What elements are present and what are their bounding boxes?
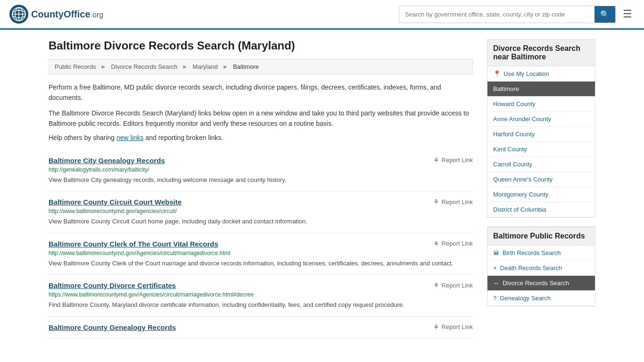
record-title[interactable]: Baltimore County Circuit Court Website xyxy=(49,198,182,206)
main-container: Baltimore Divorce Records Search (Maryla… xyxy=(39,39,605,338)
record-url: http://www.baltimorecountymd.gov/Agencie… xyxy=(49,250,473,256)
breadcrumb-divorce-records[interactable]: Divorce Records Search xyxy=(111,63,178,70)
use-my-location[interactable]: 📍 Use My Location xyxy=(487,66,595,82)
record-item: Baltimore County Genealogy Records ⚘ Rep… xyxy=(49,317,473,338)
logo: CountyOffice.org xyxy=(9,5,103,24)
sidebar-item-dc[interactable]: District of Columbia xyxy=(487,202,595,217)
breadcrumb: Public Records ► Divorce Records Search … xyxy=(49,59,473,74)
record-desc: View Baltimore County Circuit Court home… xyxy=(49,217,473,226)
menu-button[interactable]: ☰ xyxy=(620,6,635,23)
records-list: Baltimore City Genealogy Records ⚘ Repor… xyxy=(49,150,473,338)
page-title: Baltimore Divorce Records Search (Maryla… xyxy=(49,39,473,52)
search-input[interactable] xyxy=(399,7,594,22)
breadcrumb-baltimore: Baltimore xyxy=(233,63,259,70)
share-line: Help others by sharing new links and rep… xyxy=(49,134,473,141)
report-icon: ⚘ xyxy=(433,156,439,164)
report-icon: ⚘ xyxy=(433,281,439,289)
record-title[interactable]: Baltimore City Genealogy Records xyxy=(49,156,165,165)
genealogy-icon: ? xyxy=(493,295,496,302)
sidebar-item-baltimore[interactable]: Baltimore xyxy=(487,82,595,97)
sidebar: Divorce Records Search near Baltimore 📍 … xyxy=(487,39,595,338)
header-right: 🔍 ☰ xyxy=(399,6,635,23)
record-item: Baltimore County Circuit Court Website ⚘… xyxy=(49,191,473,233)
location-pin-icon: 📍 xyxy=(493,70,501,77)
description-2: The Baltimore Divorce Records Search (Ma… xyxy=(49,108,473,129)
sidebar-location-title: Divorce Records Search near Baltimore xyxy=(487,40,595,66)
sidebar-public-box: Baltimore Public Records 🏛 Birth Records… xyxy=(487,226,595,306)
sidebar-item-harford[interactable]: Harford County xyxy=(487,127,595,142)
report-link[interactable]: ⚘ Report Link xyxy=(433,281,473,289)
description-1: Perform a free Baltimore, MD public divo… xyxy=(49,82,473,103)
record-title[interactable]: Baltimore County Clerk of The Court Vita… xyxy=(49,240,218,248)
record-item: Baltimore City Genealogy Records ⚘ Repor… xyxy=(49,150,473,192)
sidebar-death-records[interactable]: + Death Records Search xyxy=(487,261,595,276)
sidebar-item-kent[interactable]: Kent County xyxy=(487,142,595,157)
sidebar-item-carroll[interactable]: Carroll County xyxy=(487,157,595,172)
sidebar-divorce-records[interactable]: ↔ Divorce Records Search xyxy=(487,276,595,291)
record-item: Baltimore County Clerk of The Court Vita… xyxy=(49,233,473,275)
report-link[interactable]: ⚘ Report Link xyxy=(433,240,473,247)
record-desc: View Baltimore County Clerk of the Court… xyxy=(49,259,473,268)
sidebar-item-howard[interactable]: Howard County xyxy=(487,97,595,112)
new-links[interactable]: new links xyxy=(116,134,144,141)
report-icon: ⚘ xyxy=(433,198,439,206)
report-link[interactable]: ⚘ Report Link xyxy=(433,198,473,206)
sidebar-item-anne-arundel[interactable]: Anne Arundel County xyxy=(487,112,595,127)
death-icon: + xyxy=(493,264,497,272)
sidebar-item-montgomery[interactable]: Montgomery County xyxy=(487,187,595,202)
record-item: Baltimore County Divorce Certificates ⚘ … xyxy=(49,275,473,317)
sidebar-item-queen-annes[interactable]: Queen Anne's County xyxy=(487,172,595,187)
content-area: Baltimore Divorce Records Search (Maryla… xyxy=(49,39,473,338)
record-desc: Find Baltimore County, Maryland divorce … xyxy=(49,300,473,310)
birth-icon: 🏛 xyxy=(493,249,499,256)
record-url: http://www.baltimorecountymd.gov/agencie… xyxy=(49,208,473,214)
search-bar: 🔍 xyxy=(399,6,616,23)
logo-text: CountyOffice.org xyxy=(31,9,103,20)
report-icon: ⚘ xyxy=(433,323,439,331)
breadcrumb-maryland[interactable]: Maryland xyxy=(193,63,218,70)
site-header: CountyOffice.org 🔍 ☰ xyxy=(0,0,644,30)
sidebar-birth-records[interactable]: 🏛 Birth Records Search xyxy=(487,246,595,261)
record-title[interactable]: Baltimore County Divorce Certificates xyxy=(49,281,176,289)
sidebar-public-title: Baltimore Public Records xyxy=(487,227,595,246)
breadcrumb-public-records[interactable]: Public Records xyxy=(55,63,96,70)
report-link[interactable]: ⚘ Report Link xyxy=(433,156,473,164)
record-url: https://www.baltimorecountymd.gov/Agenci… xyxy=(49,291,473,298)
divorce-icon: ↔ xyxy=(493,280,499,287)
report-link[interactable]: ⚘ Report Link xyxy=(433,323,473,331)
record-desc: View Baltimore City genealogy records, i… xyxy=(49,175,473,185)
record-title[interactable]: Baltimore County Genealogy Records xyxy=(49,323,176,331)
record-url: http://genealogytrails.com/mary/balticit… xyxy=(49,166,473,173)
sidebar-genealogy[interactable]: ? Genealogy Search xyxy=(487,291,595,306)
report-icon: ⚘ xyxy=(433,240,439,247)
sidebar-location-box: Divorce Records Search near Baltimore 📍 … xyxy=(487,39,595,218)
search-button[interactable]: 🔍 xyxy=(594,6,615,23)
